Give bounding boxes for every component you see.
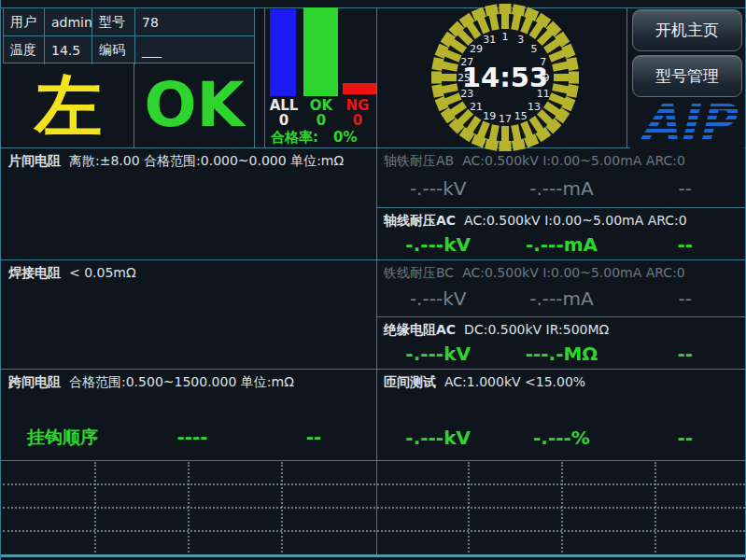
panel-title: 匝间测试AC:1.000kV <15.00% (384, 374, 585, 391)
panel-params: AC:0.500kV I:0.00~5.00mA ARC:0 (462, 153, 685, 168)
panel-params: AC:0.500kV I:0.00~5.00mA ARC:0 (464, 213, 687, 228)
value-row: -.---kV -.---% -- (376, 427, 746, 449)
value-kv: -.---kV (376, 427, 500, 449)
bottom-status-bar (1, 554, 746, 557)
pass-rate-value: 0% (333, 129, 357, 146)
slot-number: 31 (483, 34, 496, 46)
panel-name: 匝间测试 (384, 374, 436, 389)
grid-line (655, 462, 656, 553)
grid-line (468, 462, 470, 553)
pass-rate-label: 合格率: (271, 129, 318, 146)
clock-time: 14:53 (462, 62, 548, 93)
panel-params: 合格范围:0.500~1500.000 单位:mΩ (69, 374, 294, 389)
panel-name: 轴铁耐压AB (384, 153, 454, 168)
value-kv: -.---kV (376, 343, 500, 365)
value-ma: -.---mA (500, 287, 623, 310)
panel-name: 铁线耐压BC (384, 265, 454, 280)
temp-label: 温度 (4, 36, 45, 64)
value-judge: -- (624, 343, 746, 365)
divider (1, 460, 746, 461)
aip-logo-stripes (630, 96, 744, 148)
slot-number: 19 (483, 110, 496, 122)
panel-interturn-test: 匝间测试AC:1.000kV <15.00% -.---kV -.---% -- (376, 369, 746, 460)
value-judge: -- (624, 233, 746, 256)
grid-line (188, 462, 190, 553)
temp-value: 14.5 (45, 36, 92, 64)
slot-number: 5 (531, 43, 538, 55)
slot-number: 17 (499, 113, 512, 125)
rotor-slot-clock: 13579111315171921232527293114:53 (429, 1, 582, 154)
info-table: 用户 admin 型号 78 温度 14.5 编码 ___ (3, 7, 255, 63)
panel-insulation-resistance: 绝缘电阻ACDC:0.500kV IR:500MΩ -.---kV ---.-M… (376, 316, 746, 369)
value-row: -.---kV -.---mA -- (376, 233, 746, 256)
bar-ng (343, 83, 376, 94)
code-input[interactable]: ___ (135, 36, 254, 64)
hook-order-row: 挂钩顺序 ---- -- (1, 426, 376, 450)
tester-main-screen: 用户 admin 型号 78 温度 14.5 编码 ___ 左 OK ALL O… (0, 0, 746, 560)
panel-title: 轴线耐压ACAC:0.500kV I:0.00~5.00mA ARC:0 (384, 213, 687, 230)
grid-line (94, 462, 96, 553)
value-judge: -- (624, 427, 746, 449)
result-area: 左 OK (3, 63, 255, 147)
pass-rate: 合格率:0% (271, 129, 357, 147)
value-row: -.---kV ---.-MΩ -- (376, 343, 746, 365)
model-label: 型号 (92, 8, 135, 36)
panel-title: 焊接电阻< 0.05mΩ (8, 265, 136, 282)
panel-title: 片间电阻离散:±8.00 合格范围:0.000~0.000 单位:mΩ (8, 153, 344, 170)
panel-params: AC:1.000kV <15.00% (444, 374, 585, 389)
slot-number: 3 (517, 34, 524, 46)
panel-segment-resistance: 片间电阻离散:±8.00 合格范围:0.000~0.000 单位:mΩ (1, 147, 376, 259)
panel-name: 跨间电阻 (8, 374, 61, 389)
value-kv: -.---kV (376, 233, 500, 256)
panel-title: 轴铁耐压ABAC:0.500kV I:0.00~5.00mA ARC:0 (384, 153, 685, 170)
value-mohm: ---.-MΩ (500, 343, 623, 365)
ok-count: 0 (303, 112, 340, 129)
panel-params: DC:0.500kV IR:500MΩ (464, 322, 609, 337)
aip-logo: AIP (630, 96, 744, 148)
grid-line (3, 507, 745, 509)
model-value: 78 (135, 8, 254, 36)
value-row: -.---kV -.---mA -- (376, 177, 746, 200)
slot-number: 13 (528, 101, 541, 113)
value-kv: -.---kV (376, 177, 500, 200)
slot-number: 1 (502, 31, 509, 43)
value-judge: -- (624, 287, 746, 310)
value-judge: -- (624, 177, 746, 200)
hook-order-label: 挂钩顺序 (27, 426, 98, 450)
user-label: 用户 (4, 8, 45, 36)
bar-ok (303, 7, 338, 96)
panel-title: 跨间电阻合格范围:0.500~1500.000 单位:mΩ (8, 374, 294, 391)
value-kv: -.---kV (376, 287, 500, 310)
pass-status: OK (134, 63, 254, 147)
user-value: admin (45, 8, 92, 36)
value-percent: -.---% (500, 427, 623, 449)
value-ma: -.---mA (500, 233, 623, 256)
panel-name: 绝缘电阻AC (384, 322, 456, 337)
all-count: 0 (265, 112, 303, 129)
grid-line (3, 530, 745, 532)
slot-number: 29 (470, 43, 483, 55)
panel-hipot-AC: 轴线耐压ACAC:0.500kV I:0.00~5.00mA ARC:0 -.-… (376, 207, 746, 259)
hook-order-value1: ---- (150, 426, 234, 448)
panel-weld-resistance: 焊接电阻< 0.05mΩ (1, 259, 376, 369)
code-label: 编码 (92, 36, 135, 64)
panel-params: 离散:±8.00 合格范围:0.000~0.000 单位:mΩ (69, 153, 344, 168)
model-manage-button[interactable]: 型号管理 (632, 55, 742, 97)
panel-name: 焊接电阻 (8, 265, 61, 280)
panel-title: 铁线耐压BCAC:0.500kV I:0.00~5.00mA ARC:0 (384, 265, 685, 282)
panel-params: AC:0.500kV I:0.00~5.00mA ARC:0 (462, 265, 685, 280)
grid-line (3, 483, 745, 485)
hook-order-value2: -- (276, 426, 351, 448)
position-indicator: 左 (3, 63, 134, 147)
divider (626, 7, 627, 147)
panel-title: 绝缘电阻ACDC:0.500kV IR:500MΩ (384, 322, 609, 339)
panel-hipot-BC: 铁线耐压BCAC:0.500kV I:0.00~5.00mA ARC:0 -.-… (376, 259, 746, 316)
value-ma: -.---mA (500, 177, 623, 200)
panel-params: < 0.05mΩ (69, 265, 136, 280)
slot-number: 15 (514, 110, 528, 122)
value-row: -.---kV -.---mA -- (376, 287, 746, 310)
home-button[interactable]: 开机主页 (632, 9, 742, 51)
grid-line (561, 462, 563, 553)
panel-hipot-AB: 轴铁耐压ABAC:0.500kV I:0.00~5.00mA ARC:0 -.-… (376, 147, 746, 207)
grid-line (281, 462, 283, 553)
